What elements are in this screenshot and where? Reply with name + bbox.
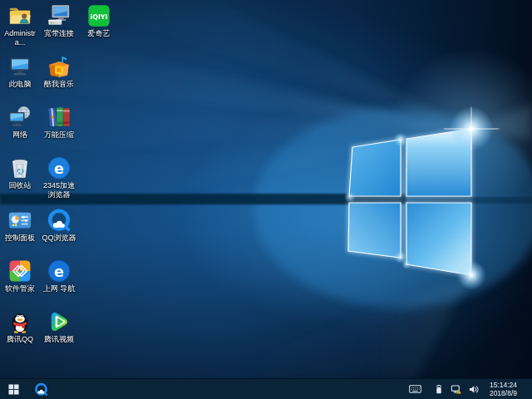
desktop-icon-label: 2345加速浏览器 [40, 181, 78, 200]
start-icon [8, 384, 19, 395]
desktop-icon-this-pc[interactable]: 此电脑 [1, 54, 39, 89]
user-folder-icon [7, 3, 32, 28]
svg-text:iQIYI: iQIYI [90, 13, 107, 21]
desktop-icon-label: 上网 导航 [43, 284, 76, 293]
taskbar: 15:14:24 2018/8/9 [0, 378, 532, 399]
qq-browser-icon [47, 208, 71, 233]
desktop-icon-label: 腾讯QQ [7, 335, 33, 344]
desktop-icon-tencent-qq[interactable]: 腾讯QQ [1, 309, 39, 344]
touch-keyboard-icon[interactable] [409, 383, 421, 396]
desktop-icon-label: 此电脑 [9, 80, 32, 89]
desktop-icon-label: 腾讯视频 [44, 335, 74, 344]
desktop-icon-recycle-bin[interactable]: 回收站 [1, 155, 39, 190]
desktop-icon-archiver[interactable]: 万能压缩 [40, 105, 78, 140]
start-button[interactable] [0, 379, 27, 399]
system-tray: 15:14:24 2018/8/9 [409, 379, 532, 399]
desktop-icon-label: 爱奇艺 [88, 29, 111, 38]
wallpaper [0, 0, 532, 378]
2345-browser-icon: e [47, 155, 71, 180]
archiver-icon [47, 105, 71, 130]
desktop-icon-tencent-video[interactable]: 腾讯视频 [40, 309, 78, 344]
kuwo-music-icon: K [47, 54, 71, 79]
desktop-icon-web-navigation[interactable]: e 上网 导航 [40, 259, 78, 293]
desktop-icon-label: QQ浏览器 [42, 234, 76, 243]
network-warning-icon[interactable] [451, 383, 463, 396]
clock-time: 15:14:24 [490, 381, 517, 389]
desktop: Administra... 宽带连接 iQIYI 爱奇艺 此电脑 K 酷我音乐 … [0, 0, 532, 399]
desktop-icon-2345-browser[interactable]: e 2345加速浏览器 [40, 155, 78, 200]
usb-device-icon[interactable] [433, 383, 446, 396]
desktop-icon-label: 宽带连接 [44, 29, 74, 38]
volume-icon[interactable] [468, 383, 480, 396]
desktop-icon-iqiyi[interactable]: iQIYI 爱奇艺 [80, 3, 118, 38]
desktop-icon-network[interactable]: 网络 [1, 105, 39, 140]
web-navigation-icon: e [47, 259, 71, 283]
broadband-connection-icon [47, 3, 71, 28]
desktop-icon-label: 回收站 [9, 181, 32, 190]
taskbar-empty-area [55, 379, 409, 399]
taskbar-qq-browser-button[interactable] [27, 379, 55, 399]
clock-date: 2018/8/9 [490, 389, 517, 397]
desktop-icon-label: Administra... [1, 29, 39, 47]
svg-text:e: e [54, 160, 64, 177]
recycle-bin-icon [7, 155, 32, 180]
qq-browser-icon [34, 382, 48, 397]
control-panel-icon [7, 208, 32, 233]
windows-logo-artwork [0, 0, 532, 378]
desktop-icon-qq-browser[interactable]: QQ浏览器 [40, 208, 78, 243]
network-icon [7, 105, 32, 130]
svg-text:K: K [57, 66, 62, 74]
taskbar-clock[interactable]: 15:14:24 2018/8/9 [485, 381, 521, 397]
desktop-icon-label: 万能压缩 [44, 131, 74, 140]
desktop-icon-label: 网络 [12, 131, 27, 140]
tencent-qq-icon [7, 309, 32, 334]
desktop-icon-broadband-connection[interactable]: 宽带连接 [40, 3, 78, 38]
desktop-icon-kuwo-music[interactable]: K 酷我音乐 [40, 54, 78, 89]
desktop-icon-label: 软件管家 [5, 284, 35, 293]
desktop-icon-label: 控制面板 [5, 234, 35, 243]
desktop-icon-administrator[interactable]: Administra... [1, 3, 39, 47]
desktop-icon-label: 酷我音乐 [44, 80, 74, 89]
this-pc-icon [7, 54, 32, 79]
desktop-icon-software-manager[interactable]: 软件管家 [1, 259, 39, 293]
svg-text:e: e [54, 263, 64, 280]
tencent-video-icon [47, 309, 71, 334]
desktop-icon-control-panel[interactable]: 控制面板 [1, 208, 39, 243]
iqiyi-icon: iQIYI [86, 3, 111, 28]
software-manager-icon [7, 259, 32, 283]
